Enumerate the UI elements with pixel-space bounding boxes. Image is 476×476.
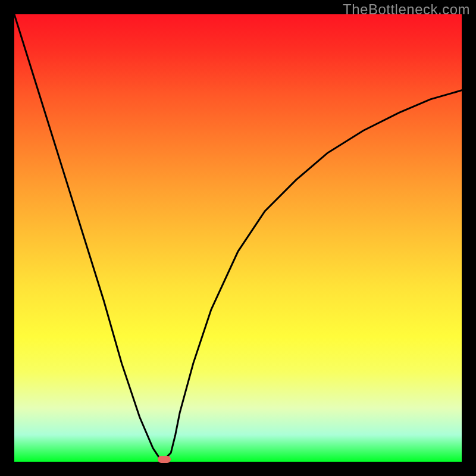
bottleneck-curve [14,14,462,462]
chart-frame: TheBottleneck.com [0,0,476,476]
minimum-marker [158,456,171,463]
curve-svg [14,14,462,462]
plot-area [14,14,462,462]
watermark-text: TheBottleneck.com [343,1,470,18]
